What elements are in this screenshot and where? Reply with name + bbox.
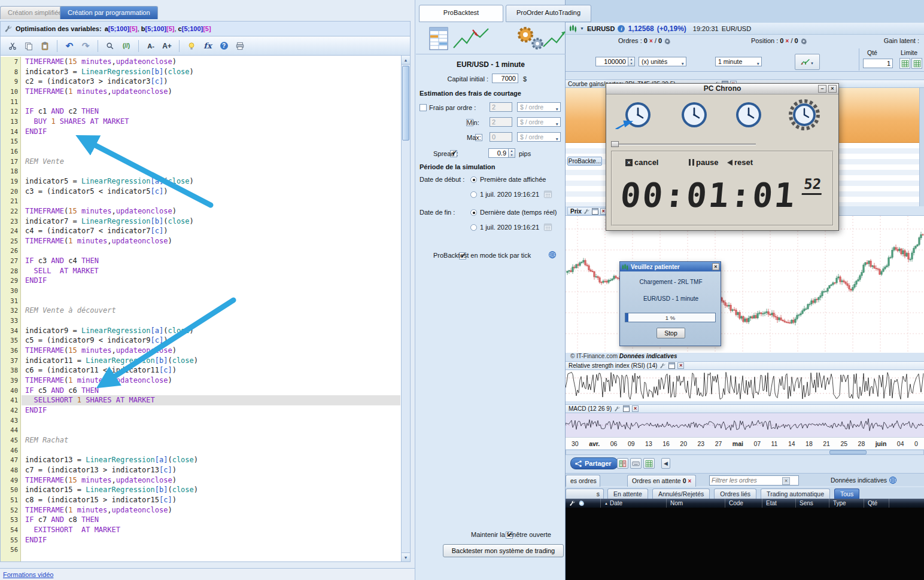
position-gear-icon[interactable] (800, 38, 807, 45)
code-line[interactable] (22, 136, 400, 146)
price-maximize-icon[interactable] (592, 208, 598, 215)
order-quantity-spinner[interactable]: ▲▼ (628, 57, 635, 66)
code-line[interactable]: IF c3 AND c4 THEN (22, 256, 400, 266)
timeframe-select[interactable]: 1 minute (715, 57, 762, 66)
orders-column-nom[interactable]: Nom (666, 499, 725, 508)
orders-subtab-tous[interactable]: Tous (834, 489, 859, 499)
code-line[interactable]: indicator3 = LinearRegression[b](close) (22, 67, 400, 77)
fee-max-unit-select[interactable]: $ / ordre (517, 132, 561, 142)
code-line[interactable]: indicator11 = LinearRegression[b](close) (22, 356, 400, 366)
orders-subtab-annul-s-rejet-s[interactable]: Annulés/Rejetés (652, 489, 710, 499)
clear-filter-icon[interactable]: × (782, 477, 790, 485)
scroll-up-button[interactable]: ▲ (402, 56, 410, 65)
info-icon[interactable]: i (618, 25, 625, 32)
grid-view-button[interactable] (643, 458, 655, 469)
code-line[interactable]: indicator7 = LinearRegression[b](close) (22, 216, 400, 227)
orders-subtab-ordres-li-s[interactable]: Ordres liés (714, 489, 756, 499)
code-line[interactable]: c2 = (indicator3 > indicator3[c]) (22, 77, 400, 87)
code-line[interactable] (22, 425, 400, 435)
fee-per-order-input[interactable] (490, 102, 512, 112)
code-line[interactable] (22, 196, 400, 206)
code-line[interactable]: c8 = (indicator15 > indicator15[c]) (22, 495, 400, 505)
macd-close-icon[interactable]: × (632, 405, 639, 412)
macd-wrench-icon[interactable] (614, 405, 621, 412)
code-line[interactable]: TIMEFRAME(15 minutes,updateonclose) (22, 57, 400, 67)
toolbar-hint-button[interactable] (184, 39, 199, 53)
toolbar-search-button[interactable] (103, 39, 117, 53)
toolbar-redo-button[interactable]: ↷ (78, 39, 93, 53)
code-line[interactable]: ENDIF (22, 535, 400, 545)
code-line[interactable] (22, 166, 400, 176)
code-line[interactable]: ENDIF (22, 127, 400, 137)
formations-video-link[interactable]: Formations vidéo (3, 571, 53, 578)
toolbar-help-button[interactable]: ? (217, 39, 231, 53)
fee-max-input[interactable] (490, 132, 512, 142)
orders-column-etat[interactable]: Etat (762, 499, 795, 508)
tab-creation-programmation[interactable]: Création par programmation (60, 6, 158, 19)
optimization-variables[interactable]: a[5;100][5], b[5;100][5], c[5;100][5] (105, 25, 211, 32)
chart-horizontal-scrollbar[interactable] (566, 450, 924, 455)
toolbar-function-button[interactable]: fx (200, 39, 215, 53)
code-line[interactable]: IF c7 AND c8 THEN (22, 515, 400, 525)
scrollbar-thumb[interactable] (402, 66, 409, 141)
orders-column-code[interactable]: Code (725, 499, 762, 508)
code-line[interactable]: EXITSHORT AT MARKET (22, 525, 400, 535)
code-line[interactable]: TIMEFRAME(15 minutes,updateonclose) (22, 475, 400, 486)
toolbar-copy-button[interactable] (22, 39, 36, 53)
chrono-close-button[interactable]: × (828, 85, 837, 93)
buy-table-button[interactable] (899, 58, 910, 69)
code-line[interactable]: TIMEFRAME(1 minutes,updateonclose) (22, 236, 400, 246)
orders-column-type[interactable]: Type (829, 499, 864, 508)
code-editor[interactable]: 7891011121314151617181920212223242526272… (0, 56, 411, 562)
order-quantity-input[interactable] (595, 57, 628, 66)
chrono-reset-button[interactable]: reset (727, 158, 753, 167)
header-gear-icon[interactable] (578, 500, 585, 506)
qty-input[interactable] (863, 59, 893, 68)
code-line[interactable]: c4 = (indicator7 < indicator7[c]) (22, 226, 400, 236)
pending-orders-close-icon[interactable]: × (688, 478, 691, 484)
end-last-date-radio[interactable] (470, 209, 477, 216)
loading-close-button[interactable]: × (712, 263, 719, 270)
order-book-button[interactable] (617, 458, 628, 469)
code-line[interactable]: REM Vente à découvert (22, 306, 400, 316)
code-line[interactable]: c7 = (indicator13 > indicator13[c]) (22, 465, 400, 475)
order-filter-input[interactable] (710, 476, 780, 484)
start-first-date-radio[interactable] (470, 176, 477, 183)
code-line[interactable]: ENDIF (22, 276, 400, 286)
code-line[interactable] (22, 296, 400, 306)
scroll-left-button[interactable]: ◀ (661, 458, 670, 469)
gains-scrollbar[interactable] (919, 88, 924, 206)
hscroll-thumb[interactable] (829, 450, 867, 454)
chrono-gear-clock-icon[interactable] (789, 99, 820, 130)
rsi-wrench-icon[interactable] (659, 362, 666, 369)
chart-type-button[interactable]: ▼ (795, 54, 820, 70)
sell-table-button[interactable] (911, 58, 922, 69)
tab-creation-simplifiee[interactable]: Création simplifiée (0, 6, 69, 19)
chrono-clock-icon-3[interactable] (734, 100, 763, 129)
price-wrench-icon[interactable] (583, 208, 590, 215)
position-close-icon[interactable]: × (786, 38, 789, 44)
code-line[interactable] (22, 246, 400, 256)
orders-column-sens[interactable]: Sens (795, 499, 829, 508)
tab-probacktest[interactable]: ProBacktest (419, 5, 503, 22)
orders-gear-icon[interactable] (664, 38, 671, 45)
fee-per-order-unit-select[interactable]: $ / ordre (517, 102, 561, 112)
toolbar-font-larger-button[interactable]: A+ (160, 39, 174, 53)
macd-maximize-icon[interactable] (623, 405, 630, 412)
code-line[interactable]: TIMEFRAME(1 minutes,updateonclose) (22, 505, 400, 515)
code-line[interactable]: indicator13 = LinearRegression[a](close) (22, 455, 400, 465)
rsi-panel-header[interactable]: Relative strength index (RSI) (14) × (566, 361, 924, 370)
toolbar-cut-button[interactable] (5, 39, 20, 53)
capital-input[interactable] (492, 74, 518, 83)
loading-titlebar[interactable]: Veuillez patienter × (620, 262, 721, 271)
chrono-clock-icon-2[interactable] (680, 100, 709, 129)
pending-orders-tab[interactable]: Ordres en attente 0 × (627, 475, 696, 487)
orders-subtab-fragment[interactable]: s (566, 489, 604, 499)
code-line[interactable] (22, 545, 400, 555)
spread-input[interactable] (488, 148, 509, 158)
code-line[interactable] (22, 146, 400, 157)
code-line[interactable]: IF c1 AND c2 THEN (22, 106, 400, 117)
toolbar-paste-button[interactable] (38, 39, 52, 53)
header-wrench-icon[interactable] (569, 500, 576, 506)
scroll-down-button[interactable]: ▼ (402, 552, 410, 561)
